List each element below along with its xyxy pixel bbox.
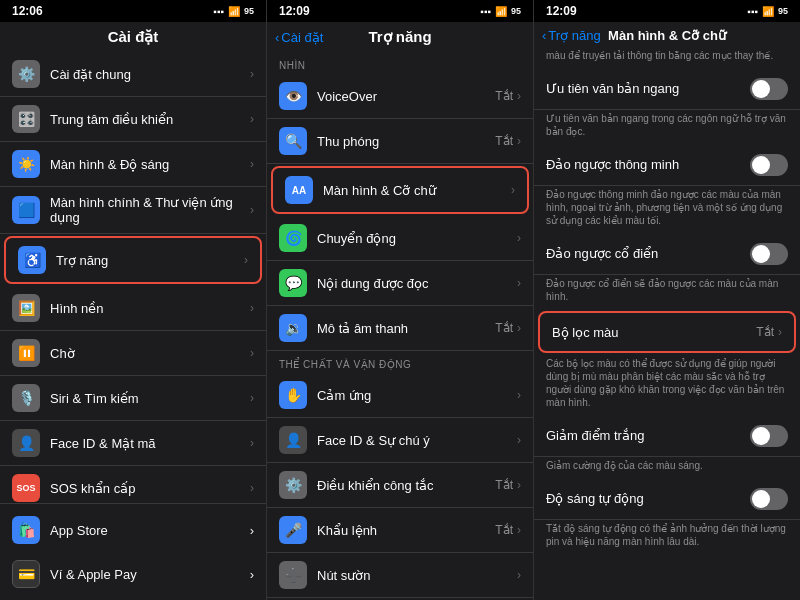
item-general[interactable]: ⚙️ Cài đặt chung › [0, 52, 266, 97]
item-spoken[interactable]: 💬 Nội dung được đọc › [267, 261, 533, 306]
panel2-title: Trợ năng [368, 28, 431, 46]
status-icons-3: ▪▪▪ 📶 95 [747, 6, 788, 17]
item-faceid[interactable]: 👤 Face ID & Mật mã › [0, 421, 266, 466]
item-switch-ctrl[interactable]: ⚙️ Điều khiển công tắc Tắt › [267, 463, 533, 508]
item-reduce-white[interactable]: Giảm điểm trắng [534, 415, 800, 457]
chevron-icon: › [517, 321, 521, 335]
back-button-2[interactable]: ‹ Cài đặt [275, 30, 323, 45]
faceid-label: Face ID & Mật mã [50, 436, 250, 451]
time-2: 12:09 [279, 4, 310, 18]
item-side-btn[interactable]: ➕ Nút sườn › [267, 553, 533, 598]
panel3-title: Màn hình & Cỡ chữ [608, 28, 726, 43]
item-priority-text[interactable]: Ưu tiên văn bản ngang [534, 68, 800, 110]
touch-icon: ✋ [279, 381, 307, 409]
signal-icon: ▪▪▪ [213, 6, 224, 17]
audio-desc-value: Tắt [495, 321, 513, 335]
item-classic-invert[interactable]: Đảo ngược cổ điển [534, 233, 800, 275]
classic-invert-toggle[interactable] [750, 243, 788, 265]
home-icon: 🟦 [12, 196, 40, 224]
classic-invert-label: Đảo ngược cổ điển [546, 246, 750, 261]
battery-icon: 95 [511, 6, 521, 16]
back-label-2: Cài đặt [281, 30, 323, 45]
time-1: 12:06 [12, 4, 43, 18]
status-bar-3: 12:09 ▪▪▪ 📶 95 [534, 0, 800, 22]
wifi-icon: 📶 [228, 6, 240, 17]
chevron-icon: › [250, 203, 254, 217]
voiceover-label: VoiceOver [317, 89, 495, 104]
chevron-icon: › [250, 567, 254, 582]
back-button-3[interactable]: ‹ Trợ năng [542, 28, 601, 43]
general-label: Cài đặt chung [50, 67, 250, 82]
item-voiceover[interactable]: 👁️ VoiceOver Tắt › [267, 74, 533, 119]
standby-icon: ⏸️ [12, 339, 40, 367]
item-accessibility[interactable]: ♿ Trợ năng › [4, 236, 262, 284]
item-zoom[interactable]: 🔍 Thu phóng Tắt › [267, 119, 533, 164]
accessibility-label: Trợ năng [56, 253, 244, 268]
side-btn-icon: ➕ [279, 561, 307, 589]
smart-invert-label: Đảo ngược thông minh [546, 157, 750, 172]
item-appstore[interactable]: 🛍️ App Store › [12, 508, 254, 552]
item-standby[interactable]: ⏸️ Chờ › [0, 331, 266, 376]
item-auto-bright[interactable]: Độ sáng tự động [534, 478, 800, 520]
item-siri[interactable]: 🎙️ Siri & Tìm kiếm › [0, 376, 266, 421]
general-icon: ⚙️ [12, 60, 40, 88]
chevron-icon: › [517, 478, 521, 492]
sos-label: SOS khẩn cấp [50, 481, 250, 496]
wifi-icon: 📶 [495, 6, 507, 17]
standby-label: Chờ [50, 346, 250, 361]
item-faceid2[interactable]: 👤 Face ID & Sự chú ý › [267, 418, 533, 463]
display-icon: ☀️ [12, 150, 40, 178]
item-applepay[interactable]: 💳 Ví & Apple Pay › [12, 552, 254, 596]
status-bar-2: 12:09 ▪▪▪ 📶 95 [267, 0, 533, 22]
siri-icon: 🎙️ [12, 384, 40, 412]
top-desc: màu để truyền tải thông tin bằng các mục… [534, 49, 800, 68]
item-home[interactable]: 🟦 Màn hình chính & Thư viện ứng dụng › [0, 187, 266, 234]
smart-invert-desc: Đảo ngược thông minh đảo ngược các màu c… [534, 186, 800, 233]
back-label-3: Trợ năng [548, 28, 600, 43]
item-control[interactable]: 🎛️ Trung tâm điều khiển › [0, 97, 266, 142]
item-touch[interactable]: ✋ Cảm ứng › [267, 373, 533, 418]
audio-desc-icon: 🔉 [279, 314, 307, 342]
display-text-label: Màn hình & Cỡ chữ [323, 183, 511, 198]
smart-invert-toggle[interactable] [750, 154, 788, 176]
voiceover-icon: 👁️ [279, 82, 307, 110]
item-smart-invert[interactable]: Đảo ngược thông minh [534, 144, 800, 186]
item-color-filter[interactable]: Bộ lọc màu Tắt › [538, 311, 796, 353]
settings-list-3: màu để truyền tải thông tin bằng các mục… [534, 49, 800, 600]
auto-bright-toggle[interactable] [750, 488, 788, 510]
nav-bar-3: ‹ Trợ năng Màn hình & Cỡ chữ [534, 22, 800, 49]
battery-icon: 95 [778, 6, 788, 16]
color-filter-label: Bộ lọc màu [552, 325, 756, 340]
panel-1: 12:06 ▪▪▪ 📶 95 Cài đặt ⚙️ Cài đặt chung … [0, 0, 267, 600]
reduce-white-toggle[interactable] [750, 425, 788, 447]
priority-text-toggle[interactable] [750, 78, 788, 100]
sos-icon: SOS [12, 474, 40, 502]
settings-list-2: NHÌN 👁️ VoiceOver Tắt › 🔍 Thu phóng Tắt … [267, 52, 533, 600]
switch-ctrl-label: Điều khiển công tắc [317, 478, 495, 493]
item-display[interactable]: ☀️ Màn hình & Độ sáng › [0, 142, 266, 187]
control-label: Trung tâm điều khiển [50, 112, 250, 127]
item-motion[interactable]: 🌀 Chuyển động › [267, 216, 533, 261]
panel-3: 12:09 ▪▪▪ 📶 95 ‹ Trợ năng Màn hình & Cỡ … [534, 0, 800, 600]
chevron-icon: › [517, 134, 521, 148]
side-btn-label: Nút sườn [317, 568, 517, 583]
zoom-label: Thu phóng [317, 134, 495, 149]
item-audio-desc[interactable]: 🔉 Mô tả âm thanh Tắt › [267, 306, 533, 351]
signal-icon: ▪▪▪ [480, 6, 491, 17]
reduce-white-label: Giảm điểm trắng [546, 428, 750, 443]
item-voice-ctrl[interactable]: 🎤 Khẩu lệnh Tắt › [267, 508, 533, 553]
item-wallpaper[interactable]: 🖼️ Hình nền › [0, 286, 266, 331]
wallpaper-icon: 🖼️ [12, 294, 40, 322]
chevron-icon: › [250, 436, 254, 450]
status-icons-1: ▪▪▪ 📶 95 [213, 6, 254, 17]
time-3: 12:09 [546, 4, 577, 18]
item-display-text[interactable]: AA Màn hình & Cỡ chữ › [271, 166, 529, 214]
battery-icon: 95 [244, 6, 254, 16]
switch-ctrl-icon: ⚙️ [279, 471, 307, 499]
auto-bright-label: Độ sáng tự động [546, 491, 750, 506]
item-sos[interactable]: SOS SOS khẩn cấp › [0, 466, 266, 503]
faceid2-label: Face ID & Sự chú ý [317, 433, 517, 448]
signal-icon: ▪▪▪ [747, 6, 758, 17]
panel1-title: Cài đặt [108, 28, 159, 46]
accessibility-icon: ♿ [18, 246, 46, 274]
